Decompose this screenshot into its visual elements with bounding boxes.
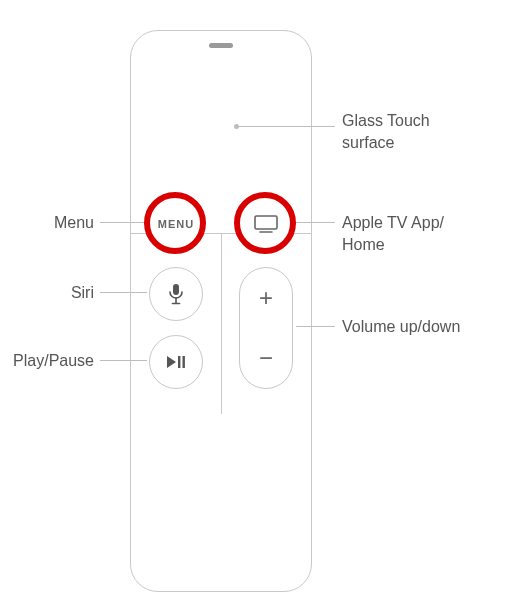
remote-diagram: MENU + xyxy=(0,0,507,605)
tv-home-button[interactable] xyxy=(239,197,293,251)
menu-button[interactable]: MENU xyxy=(149,197,203,251)
svg-marker-5 xyxy=(167,356,176,368)
plus-icon: + xyxy=(240,286,292,310)
play-pause-icon xyxy=(166,355,186,369)
minus-icon: − xyxy=(240,346,292,370)
callout-line xyxy=(100,360,147,361)
remote-body: MENU + xyxy=(130,30,312,592)
callout-line xyxy=(296,326,335,327)
svg-rect-0 xyxy=(255,216,277,229)
menu-button-label: MENU xyxy=(158,218,194,230)
tv-icon xyxy=(254,215,278,233)
label-volume: Volume up/down xyxy=(342,316,462,338)
label-siri: Siri xyxy=(50,282,94,304)
svg-rect-7 xyxy=(183,356,185,368)
svg-rect-6 xyxy=(178,356,180,368)
siri-button[interactable] xyxy=(149,267,203,321)
callout-line xyxy=(239,126,335,127)
callout-line xyxy=(100,292,147,293)
callout-line xyxy=(296,222,335,223)
label-play-pause: Play/Pause xyxy=(10,350,94,372)
callout-line xyxy=(100,222,144,223)
label-menu: Menu xyxy=(20,212,94,234)
svg-rect-2 xyxy=(173,284,179,295)
label-tv-home: Apple TV App/ Home xyxy=(342,212,482,255)
label-glass-touch: Glass Touch surface xyxy=(342,110,472,153)
microphone-icon xyxy=(168,283,184,305)
button-divider xyxy=(221,234,222,414)
play-pause-button[interactable] xyxy=(149,335,203,389)
volume-rocker[interactable]: + − xyxy=(239,267,293,389)
